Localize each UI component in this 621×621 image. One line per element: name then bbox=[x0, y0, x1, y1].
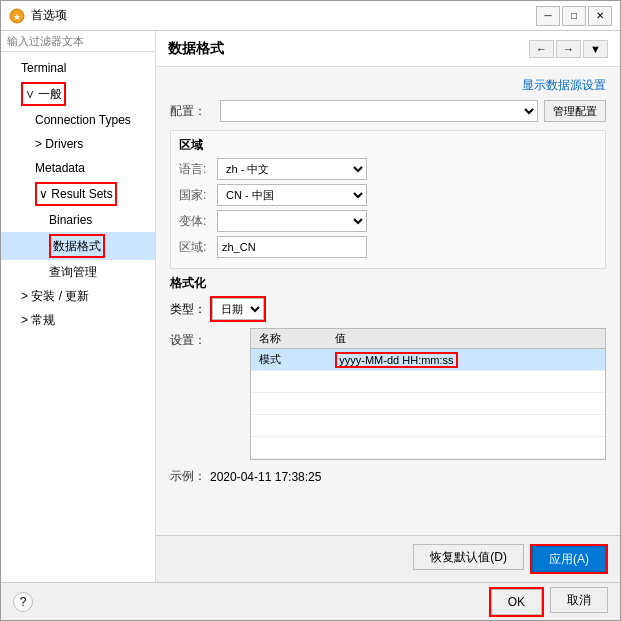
sidebar-item-connection-types[interactable]: Connection Types bbox=[1, 108, 155, 132]
manage-config-button[interactable]: 管理配置 bbox=[544, 100, 606, 122]
footer-bar: ? OK 取消 bbox=[1, 582, 620, 620]
arrow-result-sets: ∨ bbox=[39, 187, 51, 201]
region-title: 区域 bbox=[179, 137, 597, 154]
sidebar-item-data-format[interactable]: 数据格式 bbox=[1, 232, 155, 260]
title-bar-left: ★ 首选项 bbox=[9, 7, 67, 24]
variant-select[interactable] bbox=[217, 210, 367, 232]
col-header-name: 名称 bbox=[251, 329, 327, 349]
window-title: 首选项 bbox=[31, 7, 67, 24]
sidebar-item-metadata[interactable]: Metadata bbox=[1, 156, 155, 180]
datasource-link[interactable]: 显示数据源设置 bbox=[522, 78, 606, 92]
terminal-label: Terminal bbox=[21, 61, 66, 75]
drivers-label: Drivers bbox=[45, 137, 83, 151]
nav-arrows: ← → ▼ bbox=[529, 40, 608, 58]
settings-table-section: 设置： 名称 值 bbox=[170, 328, 606, 460]
restore-defaults-button[interactable]: 恢复默认值(D) bbox=[413, 544, 524, 570]
datasource-link-container: 显示数据源设置 bbox=[170, 77, 606, 94]
type-label: 类型： bbox=[170, 301, 206, 318]
empty-cell bbox=[327, 393, 605, 415]
arrow-general: ∨ bbox=[25, 87, 38, 101]
connection-types-label: Connection Types bbox=[35, 113, 131, 127]
apply-button[interactable]: 应用(A) bbox=[532, 546, 606, 572]
empty-cell bbox=[327, 437, 605, 459]
minimize-button[interactable]: ─ bbox=[536, 6, 560, 26]
nav-back-button[interactable]: ← bbox=[529, 40, 554, 58]
language-label: 语言: bbox=[179, 161, 217, 178]
main-panel: 数据格式 ← → ▼ 显示数据源设置 配置： bbox=[156, 31, 620, 582]
drivers-arrow: > bbox=[35, 137, 45, 151]
empty-cell bbox=[327, 371, 605, 393]
type-select[interactable]: 日期 bbox=[212, 298, 264, 320]
main-header: 数据格式 ← → ▼ bbox=[156, 31, 620, 67]
svg-text:★: ★ bbox=[13, 12, 21, 22]
country-select[interactable]: CN - 中国 bbox=[217, 184, 367, 206]
header-right: ← → ▼ bbox=[529, 40, 608, 58]
page-title: 数据格式 bbox=[168, 40, 224, 58]
data-format-highlight: 数据格式 bbox=[49, 234, 105, 258]
table-row[interactable] bbox=[251, 393, 605, 415]
format-section: 格式化 类型： 日期 设置： bbox=[170, 275, 606, 485]
example-label: 示例： bbox=[170, 468, 210, 485]
settings-label: 设置： bbox=[170, 328, 210, 349]
table-row[interactable]: 模式 yyyy-MM-dd HH:mm:ss bbox=[251, 349, 605, 371]
empty-cell bbox=[251, 437, 327, 459]
sidebar-item-general2[interactable]: > 常规 bbox=[1, 308, 155, 332]
nav-forward-button[interactable]: → bbox=[556, 40, 581, 58]
settings-area: 显示数据源设置 配置： 管理配置 区域 语言: zh - 中文 bbox=[156, 67, 620, 535]
ok-btn-wrapper: OK bbox=[489, 587, 544, 617]
ok-button[interactable]: OK bbox=[491, 589, 542, 615]
result-sets-label: Result Sets bbox=[51, 187, 112, 201]
empty-cell bbox=[251, 371, 327, 393]
result-sets-highlight: ∨ Result Sets bbox=[35, 182, 117, 206]
query-mgmt-label: 查询管理 bbox=[49, 265, 97, 279]
empty-cell bbox=[251, 393, 327, 415]
sidebar-item-install-update[interactable]: > 安装 / 更新 bbox=[1, 284, 155, 308]
preferences-window: ★ 首选项 ─ □ ✕ Terminal ∨ bbox=[0, 0, 621, 621]
variant-field: 变体: bbox=[179, 210, 597, 232]
example-value: 2020-04-11 17:38:25 bbox=[210, 470, 321, 484]
config-label: 配置： bbox=[170, 103, 220, 120]
sidebar-item-result-sets[interactable]: ∨ Result Sets bbox=[1, 180, 155, 208]
value-highlight: yyyy-MM-dd HH:mm:ss bbox=[335, 352, 457, 368]
metadata-label: Metadata bbox=[35, 161, 85, 175]
sidebar-item-binaries[interactable]: Binaries bbox=[1, 208, 155, 232]
binaries-label: Binaries bbox=[49, 213, 92, 227]
sidebar-item-general[interactable]: ∨ 一般 bbox=[1, 80, 155, 108]
help-button[interactable]: ? bbox=[13, 592, 33, 612]
data-format-label: 数据格式 bbox=[53, 239, 101, 253]
type-select-wrapper: 日期 bbox=[210, 296, 266, 322]
language-select[interactable]: zh - 中文 bbox=[217, 158, 367, 180]
general2-label: 常规 bbox=[31, 313, 55, 327]
table-row[interactable] bbox=[251, 415, 605, 437]
filter-input[interactable] bbox=[1, 31, 155, 52]
format-title: 格式化 bbox=[170, 275, 606, 292]
window-icon: ★ bbox=[9, 8, 25, 24]
row-name-cell: 模式 bbox=[251, 349, 327, 371]
apply-btn-wrapper: 应用(A) bbox=[530, 544, 608, 574]
bottom-bar: 恢复默认值(D) 应用(A) bbox=[156, 535, 620, 582]
title-buttons: ─ □ ✕ bbox=[536, 6, 612, 26]
maximize-button[interactable]: □ bbox=[562, 6, 586, 26]
empty-cell bbox=[251, 415, 327, 437]
cancel-button[interactable]: 取消 bbox=[550, 587, 608, 613]
config-select[interactable] bbox=[220, 100, 538, 122]
config-row: 配置： 管理配置 bbox=[170, 100, 606, 122]
locale-field: 区域: bbox=[179, 236, 597, 258]
locale-input[interactable] bbox=[217, 236, 367, 258]
sidebar-item-terminal[interactable]: Terminal bbox=[1, 56, 155, 80]
locale-label: 区域: bbox=[179, 239, 217, 256]
table-row[interactable] bbox=[251, 371, 605, 393]
close-button[interactable]: ✕ bbox=[588, 6, 612, 26]
sidebar-item-query-mgmt[interactable]: 查询管理 bbox=[1, 260, 155, 284]
footer-buttons: OK 取消 bbox=[489, 587, 608, 617]
table-row[interactable] bbox=[251, 437, 605, 459]
settings-table: 名称 值 模式 yyyy-MM-dd HH:mm:ss bbox=[251, 329, 605, 459]
sidebar-item-drivers[interactable]: > Drivers bbox=[1, 132, 155, 156]
nav-dropdown-button[interactable]: ▼ bbox=[583, 40, 608, 58]
example-row: 示例： 2020-04-11 17:38:25 bbox=[170, 468, 606, 485]
sidebar: Terminal ∨ 一般 Connection Types > Drivers bbox=[1, 31, 156, 582]
col-header-value: 值 bbox=[327, 329, 605, 349]
region-section: 区域 语言: zh - 中文 国家: CN - 中国 变体: bbox=[170, 130, 606, 269]
title-bar: ★ 首选项 ─ □ ✕ bbox=[1, 1, 620, 31]
content-area: Terminal ∨ 一般 Connection Types > Drivers bbox=[1, 31, 620, 582]
